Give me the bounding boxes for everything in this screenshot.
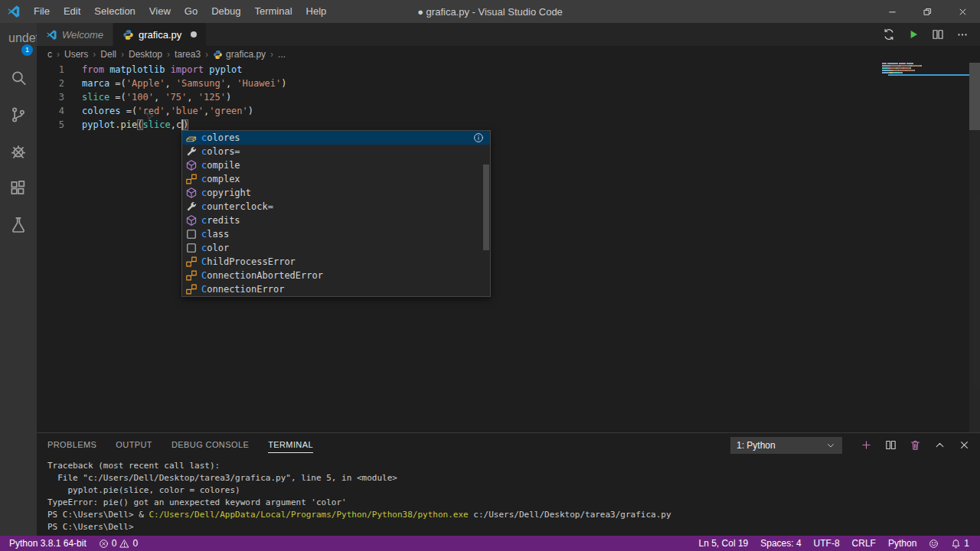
code-token: pyplot bbox=[82, 119, 115, 130]
restore-button[interactable] bbox=[910, 0, 945, 23]
suggest-item-colors-[interactable]: colors= bbox=[182, 145, 490, 158]
kill-terminal-button[interactable] bbox=[909, 439, 922, 452]
suggest-item-compile[interactable]: compile bbox=[182, 158, 490, 172]
panel-tab-debug-console[interactable]: DEBUG CONSOLE bbox=[172, 433, 249, 457]
minimap-token bbox=[920, 65, 921, 67]
status-bar-left: Python 3.8.1 64-bit 0 0 bbox=[0, 536, 144, 551]
run-python-file-button[interactable] bbox=[906, 28, 920, 41]
breadcrumb-item[interactable]: ... bbox=[278, 49, 286, 60]
suggest-item-ConnectionError[interactable]: ConnectionError bbox=[182, 282, 490, 296]
suggest-item-colores[interactable]: colores bbox=[182, 131, 490, 145]
split-terminal-button[interactable] bbox=[884, 439, 897, 452]
scrollbar-thumb[interactable] bbox=[969, 63, 980, 130]
minimap-line bbox=[882, 70, 966, 71]
line-number: 3 bbox=[37, 90, 64, 104]
intellisense-suggest-widget: colorescolors=compilecomplexcopyrightcou… bbox=[181, 130, 491, 297]
code-line: 1from matplotlib import pyplot bbox=[37, 63, 980, 77]
minimap-token bbox=[887, 63, 898, 64]
breadcrumb[interactable]: c›Users›Dell›Desktop›tarea3›grafica.py›.… bbox=[37, 46, 980, 63]
more-actions-button[interactable] bbox=[956, 28, 969, 41]
menu-help[interactable]: Help bbox=[299, 0, 334, 23]
status-encoding[interactable]: UTF-8 bbox=[808, 536, 846, 551]
activitybar-item-extensions[interactable] bbox=[0, 170, 37, 207]
maximize-panel-button[interactable] bbox=[933, 439, 946, 452]
status-cursor-position[interactable]: Ln 5, Col 19 bbox=[693, 536, 755, 551]
split-editor-button[interactable] bbox=[931, 28, 945, 41]
suggest-item-credits[interactable]: credits bbox=[182, 214, 490, 227]
suggest-item-ConnectionAbortedError[interactable]: ConnectionAbortedError bbox=[182, 269, 490, 282]
breadcrumb-label: tarea3 bbox=[175, 49, 201, 60]
panel-tab-problems[interactable]: PROBLEMS bbox=[47, 433, 96, 457]
code-editor[interactable]: 1from matplotlib import pyplot2marca =('… bbox=[37, 63, 980, 432]
class-icon bbox=[185, 173, 198, 185]
panel-tab-terminal[interactable]: TERMINAL bbox=[268, 433, 313, 457]
code-token: '100' bbox=[126, 92, 154, 103]
new-terminal-button[interactable] bbox=[860, 439, 873, 452]
open-changes-button[interactable] bbox=[882, 28, 896, 41]
status-language-mode[interactable]: Python bbox=[882, 536, 923, 551]
keyword-icon bbox=[185, 242, 198, 254]
code-line: 3slice =('100', '75', '125') bbox=[37, 90, 980, 104]
breadcrumb-separator: › bbox=[270, 49, 273, 60]
breadcrumb-item[interactable]: c bbox=[47, 49, 52, 60]
suggest-item-color[interactable]: color bbox=[182, 241, 490, 255]
python-version-status[interactable]: Python 3.8.1 64-bit bbox=[3, 536, 93, 551]
tab-grafica-py[interactable]: grafica.py bbox=[113, 23, 207, 46]
method-icon bbox=[185, 159, 198, 171]
status-feedback[interactable] bbox=[923, 536, 945, 551]
info-icon[interactable] bbox=[473, 132, 484, 143]
menu-selection[interactable]: Selection bbox=[87, 0, 142, 23]
breadcrumb-item[interactable]: Users bbox=[64, 49, 88, 60]
status-indentation[interactable]: Spaces: 4 bbox=[754, 536, 807, 551]
breadcrumb-item[interactable]: grafica.py bbox=[213, 49, 266, 60]
minimap-token bbox=[906, 63, 913, 64]
panel-tab-output[interactable]: OUTPUT bbox=[116, 433, 152, 457]
suggest-item-class[interactable]: class bbox=[182, 227, 490, 241]
testing-icon bbox=[8, 215, 28, 235]
breadcrumb-item[interactable]: Dell bbox=[100, 49, 116, 60]
window-controls bbox=[874, 0, 980, 23]
terminal-picker-value: 1: Python bbox=[737, 440, 776, 451]
menu-file[interactable]: File bbox=[27, 0, 57, 23]
minimap-highlight bbox=[888, 74, 969, 76]
activitybar-item-search[interactable] bbox=[0, 60, 37, 96]
activitybar-item-explorer[interactable]: undefined1 bbox=[0, 23, 37, 60]
activitybar-item-run-and-debug[interactable] bbox=[0, 133, 37, 170]
breadcrumb-item[interactable]: tarea3 bbox=[175, 49, 201, 60]
tab-label: grafica.py bbox=[139, 29, 181, 41]
menu-go[interactable]: Go bbox=[178, 0, 204, 23]
terminal-text: c:/Users/Dell/Desktop/tarea3/grafica.py bbox=[469, 510, 671, 520]
class-icon bbox=[185, 283, 198, 295]
code-token: marca bbox=[82, 78, 109, 89]
editor-actions bbox=[882, 23, 980, 46]
minimize-button[interactable] bbox=[874, 0, 910, 23]
menu-view[interactable]: View bbox=[142, 0, 178, 23]
suggest-item-copyright[interactable]: copyright bbox=[182, 186, 490, 200]
suggest-match: c bbox=[201, 132, 207, 143]
suggest-match: c bbox=[201, 201, 207, 212]
status-eol[interactable]: CRLF bbox=[846, 536, 882, 551]
activity-bar: undefined1 bbox=[0, 23, 37, 536]
problems-status[interactable]: 0 0 bbox=[93, 536, 144, 551]
suggest-item-complex[interactable]: complex bbox=[182, 172, 490, 186]
suggest-item-ChildProcessError[interactable]: ChildProcessError bbox=[182, 255, 490, 269]
terminal-output[interactable]: Traceback (most recent call last): File … bbox=[37, 457, 980, 533]
terminal-picker-dropdown[interactable]: 1: Python bbox=[730, 437, 842, 454]
activitybar-item-source-control[interactable] bbox=[0, 96, 37, 133]
status-label: CRLF bbox=[852, 538, 876, 549]
menu-debug[interactable]: Debug bbox=[204, 0, 247, 23]
close-panel-button[interactable] bbox=[958, 439, 971, 452]
editor-scrollbar[interactable] bbox=[969, 63, 980, 432]
status-notifications[interactable]: 1 bbox=[945, 536, 975, 551]
menu-edit[interactable]: Edit bbox=[57, 0, 87, 23]
suggest-match: c bbox=[201, 146, 207, 157]
suggest-label: ompile bbox=[207, 160, 240, 171]
dirty-indicator[interactable] bbox=[191, 31, 197, 37]
activitybar-item-testing[interactable] bbox=[0, 207, 37, 243]
suggest-scrollbar[interactable] bbox=[483, 165, 489, 250]
breadcrumb-item[interactable]: Desktop bbox=[129, 49, 162, 60]
menu-terminal[interactable]: Terminal bbox=[247, 0, 299, 23]
suggest-item-counterclock-[interactable]: counterclock= bbox=[182, 200, 490, 214]
tab-welcome[interactable]: Welcome bbox=[37, 23, 113, 46]
close-button[interactable] bbox=[945, 0, 980, 23]
